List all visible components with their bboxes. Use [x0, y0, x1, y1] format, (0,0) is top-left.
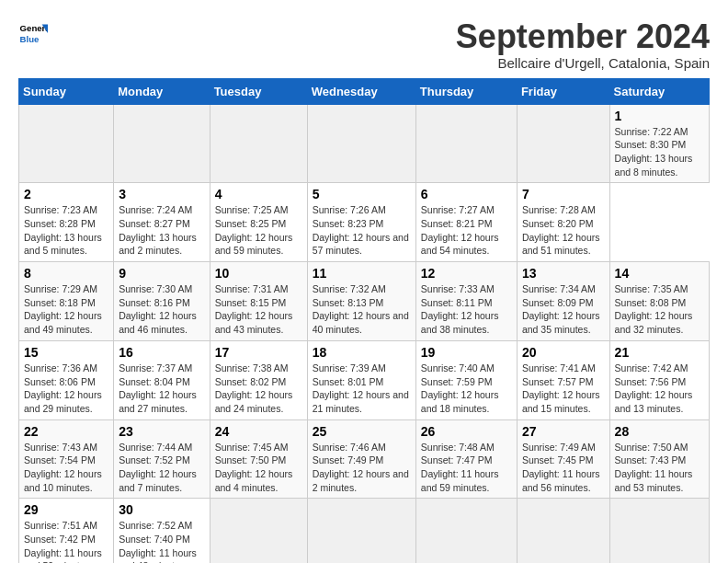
daylight-hours: Daylight: 12 hours and 54 minutes. — [421, 232, 499, 257]
daylight-hours: Daylight: 11 hours and 59 minutes. — [421, 468, 499, 493]
sunrise-time: Sunrise: 7:31 AM — [215, 283, 289, 294]
daylight-hours: Daylight: 12 hours and 57 minutes. — [313, 232, 409, 257]
day-cell-14: 14 Sunrise: 7:35 AM Sunset: 8:08 PM Dayl… — [609, 262, 709, 341]
daylight-hours: Daylight: 12 hours and 10 minutes. — [24, 468, 102, 493]
sunrise-time: Sunrise: 7:51 AM — [24, 520, 97, 531]
sunrise-time: Sunrise: 7:45 AM — [215, 442, 289, 453]
calendar-table: SundayMondayTuesdayWednesdayThursdayFrid… — [18, 78, 710, 563]
daylight-hours: Daylight: 12 hours and 21 minutes. — [313, 389, 409, 414]
sunset-time: Sunset: 8:21 PM — [421, 218, 493, 229]
sunset-time: Sunset: 8:23 PM — [313, 218, 384, 229]
day-cell-10: 10 Sunrise: 7:31 AM Sunset: 8:15 PM Dayl… — [210, 262, 307, 341]
day-number: 23 — [119, 424, 204, 439]
empty-cell — [517, 499, 609, 563]
day-cell-19: 19 Sunrise: 7:40 AM Sunset: 7:59 PM Dayl… — [415, 340, 517, 419]
sunrise-time: Sunrise: 7:52 AM — [119, 520, 192, 531]
daylight-hours: Daylight: 12 hours and 40 minutes. — [313, 310, 409, 335]
day-number: 8 — [24, 266, 108, 281]
day-info: Sunrise: 7:28 AM Sunset: 8:20 PM Dayligh… — [522, 203, 605, 258]
day-cell-27: 27 Sunrise: 7:49 AM Sunset: 7:45 PM Dayl… — [517, 419, 609, 499]
page-header: General Blue September 2024 Bellcaire d'… — [18, 18, 710, 71]
sunrise-time: Sunrise: 7:50 AM — [615, 442, 688, 453]
day-number: 25 — [313, 424, 411, 439]
header-tuesday: Tuesday — [210, 78, 307, 104]
day-number: 4 — [215, 187, 302, 201]
day-number: 20 — [522, 345, 605, 360]
daylight-hours: Daylight: 12 hours and 13 minutes. — [615, 389, 693, 414]
sunrise-time: Sunrise: 7:29 AM — [24, 283, 97, 294]
day-cell-8: 8 Sunrise: 7:29 AM Sunset: 8:18 PM Dayli… — [19, 262, 114, 341]
empty-cell — [517, 104, 609, 183]
sunrise-time: Sunrise: 7:22 AM — [615, 126, 688, 137]
empty-cell — [415, 499, 517, 563]
logo-icon: General Blue — [18, 18, 48, 48]
daylight-hours: Daylight: 12 hours and 7 minutes. — [119, 468, 197, 493]
day-number: 12 — [421, 266, 512, 281]
daylight-hours: Daylight: 13 hours and 5 minutes. — [24, 232, 102, 257]
sunset-time: Sunset: 7:47 PM — [421, 454, 493, 465]
sunset-time: Sunset: 7:49 PM — [313, 454, 384, 465]
day-info: Sunrise: 7:37 AM Sunset: 8:04 PM Dayligh… — [119, 362, 204, 416]
daylight-hours: Daylight: 11 hours and 56 minutes. — [522, 468, 600, 493]
sunrise-time: Sunrise: 7:38 AM — [215, 362, 289, 373]
day-cell-13: 13 Sunrise: 7:34 AM Sunset: 8:09 PM Dayl… — [517, 262, 609, 341]
sunset-time: Sunset: 7:52 PM — [119, 454, 190, 465]
header-monday: Monday — [114, 78, 210, 104]
sunset-time: Sunset: 8:27 PM — [119, 218, 190, 229]
sunset-time: Sunset: 8:06 PM — [24, 376, 96, 387]
sunset-time: Sunset: 8:02 PM — [215, 376, 287, 387]
daylight-hours: Daylight: 12 hours and 18 minutes. — [421, 389, 499, 414]
day-number: 1 — [615, 109, 704, 123]
empty-cell — [210, 104, 307, 183]
day-number: 3 — [119, 187, 204, 201]
sunset-time: Sunset: 8:30 PM — [615, 139, 687, 150]
daylight-hours: Daylight: 13 hours and 8 minutes. — [615, 153, 693, 178]
day-info: Sunrise: 7:48 AM Sunset: 7:47 PM Dayligh… — [421, 441, 512, 495]
sunset-time: Sunset: 7:56 PM — [615, 376, 687, 387]
header-wednesday: Wednesday — [307, 78, 415, 104]
day-number: 26 — [421, 424, 512, 439]
day-number: 2 — [24, 187, 108, 201]
daylight-hours: Daylight: 12 hours and 59 minutes. — [215, 232, 293, 257]
day-info: Sunrise: 7:45 AM Sunset: 7:50 PM Dayligh… — [215, 441, 302, 495]
sunset-time: Sunset: 8:01 PM — [313, 376, 384, 387]
sunset-time: Sunset: 8:18 PM — [24, 297, 96, 308]
empty-cell — [307, 104, 415, 183]
sunset-time: Sunset: 7:42 PM — [24, 534, 96, 545]
day-cell-3: 3 Sunrise: 7:24 AM Sunset: 8:27 PM Dayli… — [114, 183, 210, 262]
day-cell-6: 6 Sunrise: 7:27 AM Sunset: 8:21 PM Dayli… — [415, 183, 517, 262]
day-cell-15: 15 Sunrise: 7:36 AM Sunset: 8:06 PM Dayl… — [19, 340, 114, 419]
empty-cell — [210, 499, 307, 563]
day-info: Sunrise: 7:44 AM Sunset: 7:52 PM Dayligh… — [119, 441, 204, 495]
day-info: Sunrise: 7:26 AM Sunset: 8:23 PM Dayligh… — [313, 203, 411, 258]
day-cell-24: 24 Sunrise: 7:45 AM Sunset: 7:50 PM Dayl… — [210, 419, 307, 499]
day-number: 7 — [522, 187, 605, 201]
day-number: 27 — [522, 424, 605, 439]
day-number: 5 — [313, 187, 411, 201]
sunrise-time: Sunrise: 7:41 AM — [522, 362, 596, 373]
daylight-hours: Daylight: 12 hours and 32 minutes. — [615, 310, 693, 335]
sunrise-time: Sunrise: 7:36 AM — [24, 362, 97, 373]
daylight-hours: Daylight: 12 hours and 4 minutes. — [215, 468, 293, 493]
daylight-hours: Daylight: 12 hours and 51 minutes. — [522, 232, 600, 257]
day-cell-25: 25 Sunrise: 7:46 AM Sunset: 7:49 PM Dayl… — [307, 419, 415, 499]
sunset-time: Sunset: 8:15 PM — [215, 297, 287, 308]
day-info: Sunrise: 7:38 AM Sunset: 8:02 PM Dayligh… — [215, 362, 302, 416]
day-cell-28: 28 Sunrise: 7:50 AM Sunset: 7:43 PM Dayl… — [609, 419, 709, 499]
daylight-hours: Daylight: 12 hours and 2 minutes. — [313, 468, 409, 493]
day-cell-2: 2 Sunrise: 7:23 AM Sunset: 8:28 PM Dayli… — [19, 183, 114, 262]
day-number: 21 — [615, 345, 704, 360]
day-info: Sunrise: 7:22 AM Sunset: 8:30 PM Dayligh… — [615, 125, 704, 179]
day-number: 10 — [215, 266, 302, 281]
location-subtitle: Bellcaire d'Urgell, Catalonia, Spain — [456, 55, 710, 71]
sunrise-time: Sunrise: 7:32 AM — [313, 283, 386, 294]
sunrise-time: Sunrise: 7:46 AM — [313, 442, 386, 453]
day-info: Sunrise: 7:35 AM Sunset: 8:08 PM Dayligh… — [615, 282, 704, 337]
day-info: Sunrise: 7:31 AM Sunset: 8:15 PM Dayligh… — [215, 282, 302, 337]
day-number: 16 — [119, 345, 204, 360]
day-number: 28 — [615, 424, 704, 439]
calendar-week-4: 15 Sunrise: 7:36 AM Sunset: 8:06 PM Dayl… — [19, 340, 710, 419]
day-cell-26: 26 Sunrise: 7:48 AM Sunset: 7:47 PM Dayl… — [415, 419, 517, 499]
day-info: Sunrise: 7:50 AM Sunset: 7:43 PM Dayligh… — [615, 441, 704, 495]
day-info: Sunrise: 7:36 AM Sunset: 8:06 PM Dayligh… — [24, 362, 108, 416]
